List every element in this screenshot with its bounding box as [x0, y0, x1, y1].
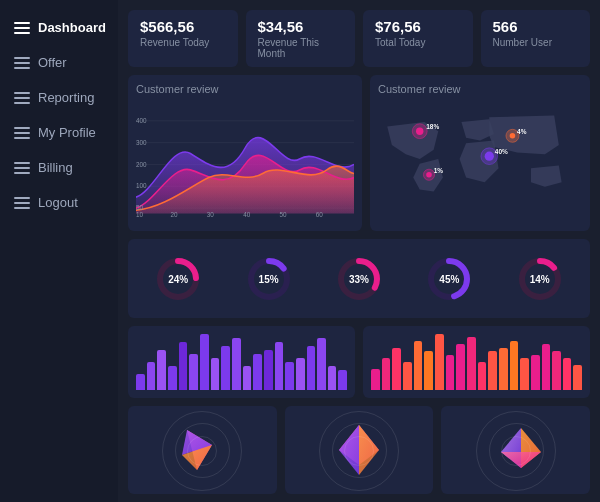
- bar: [179, 342, 188, 390]
- bar: [307, 346, 316, 390]
- bar: [531, 355, 540, 390]
- bar-chart-right: [363, 326, 590, 398]
- bar: [275, 342, 284, 390]
- donut-item-3: 45%: [425, 255, 473, 303]
- bar: [285, 362, 294, 390]
- bar: [392, 348, 401, 390]
- sidebar-item-billing[interactable]: Billing: [0, 150, 118, 185]
- svg-point-20: [510, 133, 516, 139]
- world-map: 18% 4% 40% 1%: [378, 99, 582, 219]
- donut-0: 24%: [154, 255, 202, 303]
- sidebar-item-myprofile[interactable]: My Profile: [0, 115, 118, 150]
- sidebar: Dashboard Offer Reporting My Profile Bil…: [0, 0, 118, 502]
- main-content: $566,56 Revenue Today $34,56 Revenue Thi…: [118, 0, 600, 502]
- svg-text:100: 100: [136, 182, 147, 190]
- svg-text:50: 50: [280, 210, 287, 218]
- bar: [296, 358, 305, 390]
- svg-text:40%: 40%: [495, 148, 508, 155]
- stats-row: $566,56 Revenue Today $34,56 Revenue Thi…: [128, 10, 590, 67]
- bar: [147, 362, 156, 390]
- bar: [424, 351, 433, 390]
- svg-text:400: 400: [136, 116, 147, 124]
- sidebar-item-dashboard[interactable]: Dashboard: [0, 10, 118, 45]
- svg-text:60: 60: [316, 210, 323, 218]
- shape-card-1: [285, 406, 434, 494]
- svg-text:20: 20: [171, 210, 178, 218]
- bar: [200, 334, 209, 390]
- shape-card-2: [441, 406, 590, 494]
- bar: [467, 337, 476, 390]
- shape-card-0: [128, 406, 277, 494]
- bar: [542, 344, 551, 390]
- svg-text:300: 300: [136, 138, 147, 146]
- bar: [563, 358, 572, 390]
- bar: [211, 358, 220, 390]
- svg-point-17: [416, 127, 423, 134]
- shapes-row: [128, 406, 590, 494]
- bar: [328, 366, 337, 390]
- menu-icon: [14, 197, 30, 209]
- bar: [510, 341, 519, 390]
- donuts-row: 24% 15% 33%: [128, 239, 590, 318]
- svg-text:4%: 4%: [517, 128, 527, 135]
- bar: [253, 354, 262, 390]
- donut-4: 14%: [516, 255, 564, 303]
- svg-text:200: 200: [136, 160, 147, 168]
- sidebar-item-offer[interactable]: Offer: [0, 45, 118, 80]
- bar: [520, 358, 529, 390]
- svg-point-26: [426, 172, 432, 178]
- bar: [136, 374, 145, 390]
- bar: [552, 351, 561, 390]
- bar-chart-left: [128, 326, 355, 398]
- bar: [403, 362, 412, 390]
- world-map-svg: 18% 4% 40% 1%: [378, 99, 582, 219]
- bar: [189, 354, 198, 390]
- menu-icon: [14, 57, 30, 69]
- bar: [317, 338, 326, 390]
- svg-text:30: 30: [207, 210, 214, 218]
- bar: [338, 370, 347, 390]
- bar: [478, 362, 487, 390]
- sidebar-item-logout[interactable]: Logout: [0, 185, 118, 220]
- bar: [414, 341, 423, 390]
- menu-icon: [14, 92, 30, 104]
- stat-number-user: 566 Number User: [481, 10, 591, 67]
- stat-revenue-today: $566,56 Revenue Today: [128, 10, 238, 67]
- svg-text:1%: 1%: [434, 167, 444, 174]
- svg-text:10: 10: [136, 210, 143, 218]
- donut-3: 45%: [425, 255, 473, 303]
- bars-row: [128, 326, 590, 398]
- menu-icon: [14, 22, 30, 34]
- menu-icon: [14, 127, 30, 139]
- bar: [371, 369, 380, 390]
- donut-item-0: 24%: [154, 255, 202, 303]
- bar: [221, 346, 230, 390]
- bar: [382, 358, 391, 390]
- bar: [157, 350, 166, 390]
- stat-total-today: $76,56 Total Today: [363, 10, 473, 67]
- donut-1: 15%: [245, 255, 293, 303]
- area-chart-svg: 10 20 30 40 50 60 400 300 200 100 50: [136, 99, 354, 219]
- area-chart-card: Customer review: [128, 75, 362, 231]
- bar: [446, 355, 455, 390]
- svg-text:18%: 18%: [426, 123, 439, 130]
- bar: [499, 348, 508, 390]
- sidebar-item-reporting[interactable]: Reporting: [0, 80, 118, 115]
- charts-row: Customer review: [128, 75, 590, 231]
- bar: [456, 344, 465, 390]
- bar: [232, 338, 241, 390]
- stat-revenue-month: $34,56 Revenue This Month: [246, 10, 356, 67]
- svg-text:40: 40: [243, 210, 250, 218]
- bar: [488, 351, 497, 390]
- donut-item-2: 33%: [335, 255, 383, 303]
- world-map-card: Customer review: [370, 75, 590, 231]
- bar: [168, 366, 177, 390]
- bar: [435, 334, 444, 390]
- donut-item-1: 15%: [245, 255, 293, 303]
- menu-icon: [14, 162, 30, 174]
- donut-item-4: 14%: [516, 255, 564, 303]
- bar: [573, 365, 582, 390]
- bar: [264, 350, 273, 390]
- bar: [243, 366, 252, 390]
- svg-point-23: [485, 152, 494, 161]
